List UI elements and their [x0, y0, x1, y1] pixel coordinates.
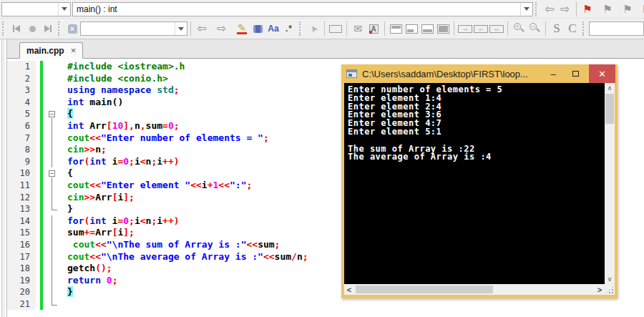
fold-guide	[43, 61, 62, 73]
search-next-button[interactable]: ⇨	[214, 21, 230, 36]
clear-search-button[interactable]: ×	[64, 21, 80, 36]
minimize-button[interactable]: –	[545, 64, 562, 83]
expand-left-button[interactable]: ←	[473, 21, 489, 36]
clear-x-icon: ×	[68, 24, 77, 34]
scope-combobox[interactable]	[1, 2, 71, 16]
toggle-bookmark-button[interactable]: ⚑	[580, 1, 595, 17]
fold-guide	[43, 180, 62, 192]
jump-back-button[interactable]: ⇦	[542, 1, 557, 17]
line-number[interactable]: 6	[7, 120, 36, 132]
console-output[interactable]: Enter number of elements = 5Enter elemen…	[344, 83, 605, 284]
chevron-down-icon[interactable]	[175, 22, 187, 35]
console-titlebar[interactable]: C:\Users\saddam\Desktop\FIRST\loop... – …	[341, 64, 618, 83]
fold-toggle-icon[interactable]	[43, 108, 62, 120]
dock-bottom-full-button[interactable]	[419, 21, 435, 36]
fold-toggle-icon[interactable]	[43, 167, 62, 180]
toolbar-separator	[324, 21, 325, 36]
arrow-right-icon: ⇨	[217, 23, 226, 34]
dock-top-button[interactable]	[388, 21, 404, 36]
panel-splitter[interactable]	[0, 39, 7, 317]
column-mode-button[interactable]: C	[565, 21, 580, 36]
next-bookmark-button[interactable]: ⚑	[620, 1, 635, 17]
line-number[interactable]: 3	[7, 84, 36, 97]
scroll-up-icon[interactable]: ∧	[605, 83, 615, 93]
line-number[interactable]: 2	[7, 73, 36, 85]
select-to-match-button[interactable]	[250, 21, 265, 36]
c-icon: C	[568, 21, 576, 36]
symbol-combobox[interactable]: main() : int	[72, 2, 533, 16]
chevron-down-icon[interactable]	[520, 3, 532, 16]
line-number[interactable]: 20	[7, 286, 36, 298]
new-window-button[interactable]	[328, 21, 343, 36]
dock-fill-button[interactable]	[435, 21, 451, 36]
line-number[interactable]: 9	[7, 156, 36, 168]
expand-right-button[interactable]: →	[457, 21, 473, 36]
maximize-button[interactable]	[567, 64, 584, 83]
previous-bookmark-button[interactable]: ⚑	[600, 1, 615, 17]
console-line: Enter element 5:1	[348, 128, 605, 137]
pointer-mode-button[interactable]: ➤	[306, 21, 321, 36]
line-number[interactable]: 8	[7, 144, 36, 156]
line-number[interactable]: 12	[7, 192, 36, 204]
code-line[interactable]: 21	[7, 298, 644, 311]
line-number[interactable]: 16	[7, 239, 36, 251]
fold-guide	[43, 263, 62, 275]
chevron-down-icon[interactable]	[58, 3, 70, 16]
toolbar-separator	[507, 21, 508, 36]
selection-mode-button[interactable]: S	[549, 21, 565, 36]
line-number[interactable]: 5	[7, 108, 36, 120]
arrow-right-icon: ⇨	[560, 4, 570, 15]
match-case-button[interactable]: Aa	[265, 21, 281, 36]
zoom-in-button[interactable]: +	[511, 21, 527, 36]
line-number[interactable]: 4	[7, 97, 36, 109]
line-number[interactable]: 15	[7, 227, 36, 239]
highlight-occurrences-button[interactable]: ✎	[234, 21, 250, 36]
code-completion-toolbar: main() : int ⇦ ⇨ ⚑ ⚑ ⚑ ⚑	[0, 0, 644, 19]
console-vertical-scrollbar[interactable]: ∧ ∨	[605, 83, 615, 284]
tab-close-icon[interactable]: ×	[71, 46, 77, 55]
scroll-right-icon[interactable]: >	[595, 284, 605, 295]
horizontal-scroll-thumb[interactable]	[356, 286, 493, 293]
toolbar-gripper	[58, 21, 62, 36]
line-number[interactable]: 13	[7, 203, 36, 215]
step-back-button[interactable]	[9, 21, 24, 36]
line-number[interactable]: 7	[7, 132, 36, 145]
dock-top-icon	[390, 24, 402, 34]
line-number[interactable]: 1	[7, 61, 36, 73]
line-number[interactable]: 14	[7, 215, 36, 228]
code-text[interactable]	[62, 298, 644, 311]
line-number[interactable]: 11	[7, 180, 36, 192]
tab-main-cpp[interactable]: main.cpp ×	[19, 42, 83, 59]
format-text-button[interactable]: A	[366, 21, 381, 36]
search-combobox[interactable]	[80, 21, 187, 36]
line-number[interactable]: 21	[7, 298, 36, 311]
scroll-left-icon[interactable]: <	[344, 284, 354, 295]
regex-icon: .*	[286, 24, 293, 34]
search-prev-button[interactable]: ⇦	[194, 21, 210, 36]
step-forward-icon	[44, 25, 50, 32]
run-to-cursor-button[interactable]	[24, 21, 40, 36]
regex-button[interactable]: .*	[281, 21, 297, 36]
line-number[interactable]: 18	[7, 263, 36, 275]
vertical-scroll-thumb[interactable]	[605, 94, 614, 124]
box-arrow-right-icon: →	[458, 25, 472, 33]
send-message-button[interactable]: ✉	[350, 21, 366, 36]
clear-bookmarks-button[interactable]: ⚑	[638, 1, 644, 17]
close-button[interactable]: ✕	[589, 64, 615, 83]
dock-bottom-button[interactable]	[404, 21, 419, 36]
incremental-search-input[interactable]	[589, 21, 644, 36]
line-number[interactable]: 10	[7, 167, 36, 180]
scroll-down-icon[interactable]: ∨	[605, 274, 615, 284]
resize-grip[interactable]	[605, 284, 615, 295]
jump-forward-button[interactable]: ⇨	[557, 1, 573, 17]
tab-label: main.cpp	[26, 46, 64, 56]
line-number[interactable]: 17	[7, 251, 36, 263]
expand-both-button[interactable]: ↔	[489, 21, 504, 36]
toolbar-gripper	[299, 21, 303, 36]
console-horizontal-scrollbar[interactable]: < >	[344, 284, 605, 295]
zoom-out-button[interactable]: −	[527, 21, 542, 36]
line-number[interactable]: 19	[7, 275, 36, 287]
toolbar-separator	[454, 21, 454, 36]
step-forward-button[interactable]	[40, 21, 56, 36]
red-flag-icon: ⚑	[582, 4, 592, 14]
